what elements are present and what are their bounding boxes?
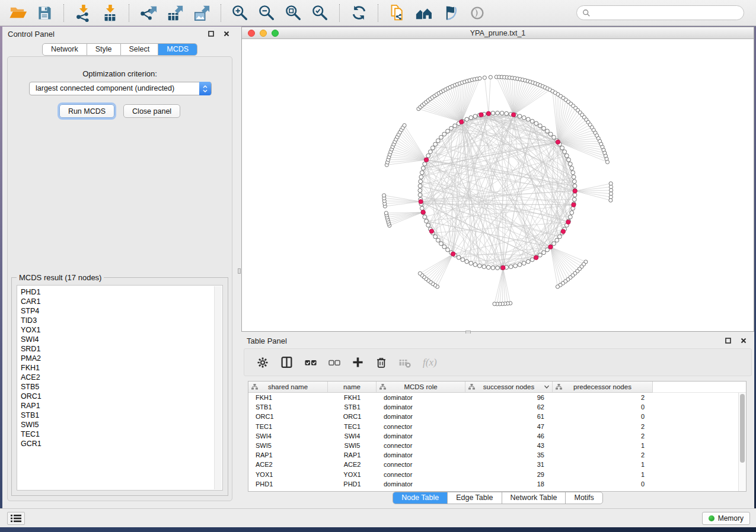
cell-name: SWI5 [328,442,377,449]
zoom-in-button[interactable] [229,2,251,24]
scrollbar-thumb[interactable] [740,394,745,463]
import-table-button[interactable] [99,2,120,24]
tab-select[interactable]: Select [120,44,158,55]
zoom-selected-button[interactable] [310,2,331,24]
tab-network-table[interactable]: Network Table [502,492,566,504]
column-header-predecessor-nodes[interactable]: predecessor nodes [553,382,653,393]
refresh-button[interactable] [348,2,369,24]
table-row[interactable]: SWI5SWI5connector431 [248,441,738,450]
close-panel-icon[interactable] [224,31,229,37]
mcds-result-item[interactable]: STP4 [21,306,210,316]
cell-name: ORC1 [328,413,377,420]
delete-row-trash-icon[interactable] [375,357,387,368]
cell-predecessor-nodes: 0 [553,413,653,420]
mcds-result-list[interactable]: PHD1CAR1STP4TID3YOX1SWI4SRD1PMA2FKH1ACE2… [17,285,223,491]
function-builder-icon[interactable]: f(x) [423,357,437,368]
houses-icon [415,4,433,22]
column-header-mcds-role[interactable]: MCDS role [377,382,465,393]
table-row[interactable]: YOX1YOX1connector291 [248,470,738,479]
table-settings-gear-icon[interactable] [257,357,269,368]
zoom-fit-button[interactable] [283,2,304,24]
show-hide-eye-button[interactable] [467,2,488,24]
zoom-out-button[interactable] [256,2,277,24]
deselect-all-icon[interactable] [328,357,340,368]
mcds-result-item[interactable]: ACE2 [21,373,210,382]
run-mcds-button[interactable]: Run MCDS [59,104,114,118]
save-session-button[interactable] [34,2,55,24]
mcds-scrollbar[interactable] [214,286,222,489]
table-row[interactable]: ORC1ORC1dominator610 [248,412,738,421]
table-row[interactable]: SWI4SWI4dominator462 [248,431,738,441]
column-header-successor-nodes[interactable]: successor nodes [465,382,553,393]
tab-network[interactable]: Network [43,44,87,55]
show-columns-icon[interactable] [280,356,293,368]
cell-mcds-role: connector [377,471,465,478]
search-input[interactable] [594,9,738,17]
memory-button[interactable]: Memory [702,512,750,525]
share-document-button[interactable] [387,2,408,24]
mcds-result-item[interactable]: STB1 [21,411,210,420]
mcds-result-item[interactable]: SWI5 [21,420,210,430]
delete-table-icon[interactable] [399,357,411,368]
share-document-icon [389,4,406,21]
sort-desc-icon [544,385,549,389]
export-network-button[interactable] [138,2,159,24]
network-canvas[interactable] [242,39,754,331]
mcds-result-item[interactable]: CAR1 [21,297,210,306]
mcds-result-item[interactable]: STB5 [21,382,210,392]
mcds-result-group: MCDS result (17 nodes) PHD1CAR1STP4TID3Y… [11,277,228,496]
float-panel-icon[interactable] [725,338,731,344]
mcds-result-item[interactable]: TID3 [21,316,210,325]
tab-style[interactable]: Style [87,44,120,55]
attribute-type-icon [251,384,258,390]
mcds-result-item[interactable]: SRD1 [21,344,210,354]
table-row[interactable]: STB1STB1dominator620 [248,402,738,412]
table-scrollbar[interactable] [738,393,746,491]
cell-successor-nodes: 43 [465,442,553,449]
close-panel-icon[interactable] [741,338,747,344]
network-window-titlebar[interactable]: YPA_prune.txt_1 [242,27,754,39]
mcds-result-item[interactable]: FKH1 [21,363,210,373]
table-row[interactable]: TEC1TEC1connector472 [248,422,738,431]
cell-mcds-role: connector [377,461,465,468]
tab-node-table[interactable]: Node Table [393,492,447,504]
search-networks-button[interactable] [413,2,435,24]
mcds-result-item[interactable]: YOX1 [21,325,210,335]
flag-slash-icon [442,5,459,21]
mcds-result-item[interactable]: TEC1 [21,430,210,439]
splitter-handle[interactable] [238,268,241,274]
vertical-splitter[interactable] [237,27,241,508]
select-all-icon[interactable] [305,357,317,368]
export-table-button[interactable] [164,2,186,24]
column-header-shared-name[interactable]: shared name [248,382,328,393]
mcds-result-item[interactable]: GCR1 [21,439,210,448]
mcds-result-item[interactable]: RAP1 [21,401,210,411]
memory-label: Memory [718,514,744,523]
table-row[interactable]: ACE2ACE2connector311 [248,460,738,469]
tab-edge-table[interactable]: Edge Table [447,492,501,504]
cell-shared-name: ACE2 [248,461,328,468]
show-panels-list-button[interactable] [7,512,25,525]
tab-motifs[interactable]: Motifs [565,492,602,504]
table-row[interactable]: PHD1PHD1dominator180 [248,479,738,489]
mcds-result-item[interactable]: PMA2 [21,354,210,363]
mcds-result-item[interactable]: PHD1 [21,287,210,297]
tab-mcds[interactable]: MCDS [158,44,197,55]
mcds-result-item[interactable]: SWI4 [21,335,210,344]
column-header-name[interactable]: name [328,382,377,393]
import-network-button[interactable] [72,2,94,24]
criterion-dropdown[interactable]: largest connected component (undirected) [29,82,212,95]
global-search-box[interactable] [576,5,744,20]
toolbar-separator [221,4,221,22]
cell-predecessor-nodes: 2 [553,423,653,430]
mcds-result-item[interactable]: ORC1 [21,392,210,401]
float-panel-icon[interactable] [208,31,214,37]
open-session-button[interactable] [7,2,28,24]
table-row[interactable]: RAP1RAP1dominator352 [248,450,738,460]
export-image-button[interactable] [191,2,212,24]
network-graph[interactable] [242,39,754,331]
hide-graphics-details-button[interactable] [440,2,461,24]
close-panel-button[interactable]: Close panel [123,104,180,118]
add-row-plus-icon[interactable] [352,357,363,368]
table-row[interactable]: FKH1FKH1dominator962 [248,393,738,402]
